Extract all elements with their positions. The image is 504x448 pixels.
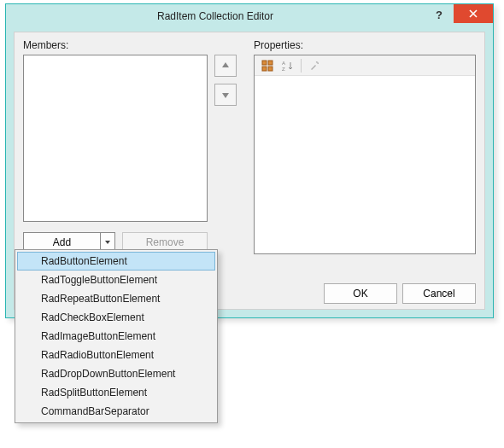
- properties-toolbar: A Z: [255, 55, 475, 76]
- titlebar-buttons: ?: [425, 4, 493, 28]
- dropdown-item[interactable]: RadCheckBoxElement: [17, 308, 215, 327]
- svg-rect-1: [268, 61, 273, 65]
- svg-text:A: A: [282, 61, 285, 66]
- dropdown-item[interactable]: RadButtonElement: [17, 252, 215, 271]
- svg-text:Z: Z: [282, 67, 285, 72]
- properties-panel: A Z: [254, 55, 476, 254]
- alphabetical-view-button[interactable]: A Z: [278, 57, 297, 74]
- categorized-icon: [261, 60, 273, 72]
- move-up-button[interactable]: [214, 55, 237, 77]
- property-pages-button[interactable]: [305, 57, 324, 74]
- arrow-up-icon: [220, 61, 231, 71]
- cancel-button[interactable]: Cancel: [402, 283, 476, 304]
- ok-button[interactable]: OK: [324, 283, 397, 304]
- categorized-view-button[interactable]: [258, 57, 277, 74]
- svg-rect-2: [262, 67, 267, 71]
- close-button[interactable]: [454, 4, 493, 23]
- help-button[interactable]: ?: [425, 5, 454, 24]
- dropdown-item[interactable]: CommandBarSeparator: [17, 402, 215, 421]
- dropdown-item[interactable]: RadToggleButtonElement: [17, 271, 215, 289]
- add-dropdown-menu: RadButtonElementRadToggleButtonElementRa…: [15, 249, 218, 423]
- property-grid[interactable]: [255, 76, 475, 253]
- dropdown-item[interactable]: RadDropDownButtonElement: [17, 364, 215, 383]
- members-listbox[interactable]: [23, 55, 208, 222]
- properties-label: Properties:: [254, 39, 303, 51]
- chevron-down-icon: [104, 239, 111, 246]
- close-icon: [469, 9, 478, 18]
- window-title: RadItem Collection Editor: [6, 10, 425, 22]
- toolbar-divider: [301, 59, 302, 73]
- move-down-button[interactable]: [214, 84, 237, 106]
- dropdown-item[interactable]: RadRepeatButtonElement: [17, 289, 215, 308]
- svg-rect-0: [262, 61, 267, 65]
- svg-rect-3: [268, 67, 273, 71]
- dropdown-item[interactable]: RadSplitButtonElement: [17, 383, 215, 402]
- wrench-icon: [308, 60, 320, 72]
- titlebar[interactable]: RadItem Collection Editor ?: [6, 4, 493, 28]
- arrow-down-icon: [220, 90, 231, 100]
- members-label: Members:: [23, 39, 68, 51]
- dropdown-item[interactable]: RadImageButtonElement: [17, 327, 215, 346]
- alphabetical-icon: A Z: [282, 60, 294, 72]
- dropdown-item[interactable]: RadRadioButtonElement: [17, 346, 215, 364]
